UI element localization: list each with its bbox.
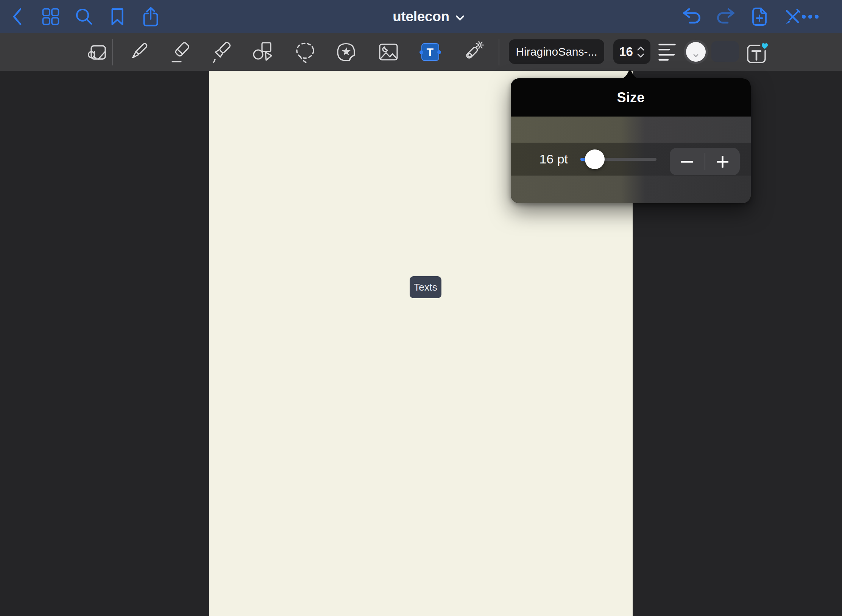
size-stepper-chevrons-icon bbox=[637, 46, 645, 58]
text-object[interactable]: Texts bbox=[410, 276, 441, 298]
text-align-button[interactable] bbox=[656, 33, 678, 71]
size-popover-band-top bbox=[511, 117, 751, 143]
undo-button[interactable] bbox=[682, 0, 702, 33]
size-decrease-button[interactable] bbox=[670, 148, 705, 175]
laser-pointer-icon bbox=[462, 41, 485, 64]
size-increase-button[interactable] bbox=[705, 148, 740, 175]
page-title: utelecon bbox=[393, 9, 449, 25]
size-popover-band-bottom bbox=[511, 176, 751, 203]
align-left-icon bbox=[658, 44, 676, 61]
top-navigation-bar: utelecon bbox=[0, 0, 842, 33]
eraser-icon bbox=[169, 41, 192, 64]
more-options-button[interactable] bbox=[795, 0, 825, 33]
more-ellipsis-icon bbox=[801, 14, 819, 19]
shapes-tool[interactable] bbox=[248, 33, 278, 71]
text-color-button[interactable] bbox=[684, 40, 708, 64]
redo-button[interactable] bbox=[715, 0, 736, 33]
plus-icon bbox=[717, 156, 728, 168]
handwriting-convert-icon bbox=[85, 41, 108, 64]
font-size-button[interactable]: 16 bbox=[613, 39, 650, 64]
favorite-text-style-button[interactable] bbox=[742, 33, 773, 71]
popover-arrow bbox=[620, 70, 640, 79]
size-popover: Size 16 pt bbox=[511, 78, 751, 203]
highlighter-icon bbox=[210, 41, 233, 64]
size-popover-header: Size bbox=[511, 78, 751, 117]
pen-icon bbox=[128, 41, 150, 64]
shapes-icon bbox=[251, 41, 274, 64]
size-popover-title: Size bbox=[617, 90, 644, 106]
text-tool-glyph: T bbox=[427, 46, 433, 59]
add-page-button[interactable] bbox=[750, 0, 769, 33]
eraser-tool[interactable] bbox=[165, 33, 196, 71]
text-color-swatch bbox=[686, 42, 706, 62]
text-tool[interactable]: T bbox=[415, 33, 445, 71]
sticker-tool[interactable] bbox=[331, 33, 362, 71]
size-slider[interactable] bbox=[580, 143, 656, 176]
size-value-label: 16 pt bbox=[511, 143, 568, 176]
laser-pointer-tool[interactable] bbox=[458, 33, 488, 71]
color-chevron-down-icon bbox=[693, 54, 699, 57]
slider-knob[interactable] bbox=[585, 149, 605, 169]
font-family-label: HiraginoSans-... bbox=[516, 45, 597, 58]
sticker-icon bbox=[335, 41, 358, 64]
handwriting-convert-tool[interactable] bbox=[81, 33, 112, 71]
toolbar-divider bbox=[499, 39, 499, 65]
toolbar-divider bbox=[112, 39, 113, 65]
selection-handle-right bbox=[437, 50, 441, 54]
add-page-icon bbox=[752, 7, 767, 26]
highlighter-tool[interactable] bbox=[206, 33, 237, 71]
toolbar-highlight-region bbox=[711, 41, 739, 62]
canvas-area[interactable]: Texts Size 16 pt bbox=[0, 71, 842, 616]
selection-handle-left bbox=[419, 50, 423, 54]
title-chevron-down-icon bbox=[455, 15, 465, 21]
minus-icon bbox=[681, 156, 693, 168]
pen-tool[interactable] bbox=[124, 33, 154, 71]
size-slider-row: 16 pt bbox=[511, 143, 751, 176]
image-icon bbox=[377, 41, 400, 64]
size-stepper bbox=[670, 148, 740, 175]
lasso-icon bbox=[294, 41, 317, 64]
font-size-value: 16 bbox=[619, 45, 633, 59]
text-tool-selected-box: T bbox=[421, 43, 439, 61]
text-object-label: Texts bbox=[414, 282, 437, 293]
tool-bar: T HiraginoSans-... 16 bbox=[0, 33, 842, 71]
font-family-button[interactable]: HiraginoSans-... bbox=[509, 39, 604, 64]
image-tool[interactable] bbox=[373, 33, 404, 71]
redo-icon bbox=[715, 8, 736, 25]
lasso-tool[interactable] bbox=[290, 33, 320, 71]
undo-icon bbox=[682, 8, 702, 25]
text-style-heart-icon bbox=[746, 41, 769, 64]
